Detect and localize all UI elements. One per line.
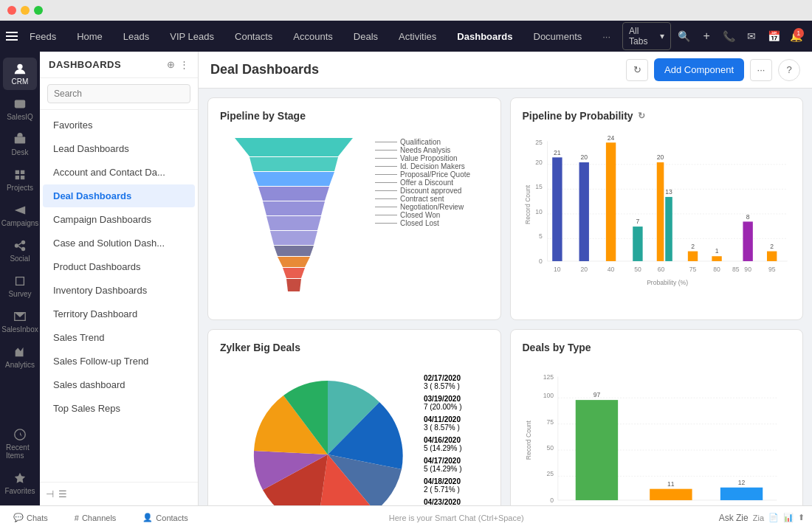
- sidebar-list-icon[interactable]: ☰: [58, 488, 67, 499]
- ask-zie-label[interactable]: Ask Zie: [719, 513, 749, 523]
- sidebar-item-inventory[interactable]: Inventory Dashboards: [43, 279, 195, 302]
- more-options-icon[interactable]: ···: [750, 59, 772, 81]
- notification-badge: 1: [794, 28, 804, 38]
- svg-text:11: 11: [667, 480, 675, 488]
- sidebar-icon-recent[interactable]: Recent Items: [3, 423, 37, 464]
- svg-text:0: 0: [550, 497, 554, 504]
- svg-text:60: 60: [657, 266, 664, 273]
- sidebar-item-sales-trend[interactable]: Sales Trend: [43, 326, 195, 349]
- funnel-label-closed-lost: Closed Lost: [375, 219, 489, 227]
- bottom-tab-contacts[interactable]: 👤 Contacts: [137, 510, 193, 525]
- sidebar-item-territory[interactable]: Territory Dashboard: [43, 302, 195, 325]
- sidebar-item-lead[interactable]: Lead Dashboards: [43, 137, 195, 160]
- svg-line-11: [18, 246, 21, 249]
- bottom-icon-4[interactable]: ⬆: [798, 513, 805, 522]
- funnel-label-discount-approved: Discount approved: [375, 187, 489, 195]
- bottom-icon-3[interactable]: 📊: [783, 513, 794, 522]
- sidebar-search: [40, 78, 198, 110]
- sidebar-item-case[interactable]: Case and Solution Dash...: [43, 232, 195, 255]
- search-input[interactable]: [47, 84, 190, 103]
- nav-tab-activities[interactable]: Activities: [388, 25, 447, 48]
- sidebar-icon-analytics[interactable]: Analytics: [3, 341, 37, 373]
- svg-marker-23: [286, 279, 301, 291]
- deals-type-svg: 0 25 50 75 100 125 Record Count: [523, 362, 791, 505]
- svg-text:50: 50: [634, 266, 641, 273]
- nav-tab-home[interactable]: Home: [66, 25, 113, 48]
- smart-chat-area[interactable]: Here is your Smart Chat (Ctrl+Space): [209, 514, 704, 522]
- sidebar-item-campaign[interactable]: Campaign Dashboards: [43, 208, 195, 231]
- sidebar-icon-social[interactable]: Social: [3, 235, 37, 267]
- svg-text:12: 12: [737, 479, 745, 486]
- sidebar-item-sales-followup[interactable]: Sales Follow-up Trend: [43, 350, 195, 373]
- bottom-tab-channels[interactable]: # Channels: [69, 511, 123, 525]
- funnel-label-decision: Id. Decision Makers: [375, 162, 489, 170]
- nav-tab-documents[interactable]: Documents: [523, 25, 593, 48]
- bottom-tab-chats[interactable]: 💬 Chats: [7, 510, 54, 525]
- svg-text:New Business: New Business: [721, 505, 761, 505]
- sidebar-item-favorites[interactable]: Favorites: [43, 114, 195, 136]
- search-icon[interactable]: 🔍: [675, 27, 693, 46]
- nav-tab-vipleads[interactable]: VIP Leads: [159, 25, 224, 48]
- phone-icon[interactable]: 📞: [720, 27, 737, 46]
- add-component-button[interactable]: Add Component: [654, 58, 744, 81]
- zylker-big-deals-card: Zylker Big Deals: [207, 329, 501, 505]
- pipeline-by-probability-card: Pipeline by Probability ↻ 0 5 10 15 20: [510, 97, 804, 320]
- nav-tab-leads[interactable]: Leads: [113, 25, 159, 48]
- refresh-prob-icon[interactable]: ↻: [638, 111, 645, 121]
- sidebar-icon-survey[interactable]: Survey: [3, 270, 37, 302]
- maximize-btn[interactable]: [34, 6, 43, 15]
- sidebar-icon-favorites[interactable]: Favorites: [3, 467, 37, 499]
- sidebar-icon-salesinbox[interactable]: SalesInbox: [3, 305, 37, 338]
- nav-tab-more[interactable]: ···: [592, 25, 621, 48]
- sidebar-item-top-sales[interactable]: Top Sales Reps: [43, 397, 195, 420]
- sidebar-icon-projects[interactable]: Projects: [3, 164, 37, 196]
- nav-tab-dashboards[interactable]: Dashboards: [447, 25, 523, 48]
- close-btn[interactable]: [7, 6, 16, 15]
- add-dashboard-icon[interactable]: ⊕: [167, 59, 175, 70]
- svg-text:25: 25: [546, 470, 554, 477]
- sidebar-item-account[interactable]: Account and Contact Da...: [43, 161, 195, 184]
- sidebar-collapse-icon[interactable]: ⋮: [179, 59, 189, 70]
- add-icon[interactable]: +: [698, 27, 715, 46]
- bottom-icon-2[interactable]: 📄: [768, 513, 779, 522]
- minimize-btn[interactable]: [21, 6, 30, 15]
- svg-rect-2: [6, 39, 18, 41]
- svg-marker-15: [253, 172, 334, 186]
- nav-tab-contacts[interactable]: Contacts: [224, 25, 283, 48]
- menu-icon[interactable]: [6, 26, 18, 46]
- notification-icon[interactable]: 🔔 1: [787, 27, 805, 46]
- svg-point-8: [21, 241, 25, 244]
- svg-text:1: 1: [715, 247, 718, 255]
- all-tabs-button[interactable]: All Tabs ▾: [622, 22, 671, 50]
- refresh-icon[interactable]: ↻: [626, 59, 648, 81]
- bottom-icon-1[interactable]: Zia: [753, 514, 764, 522]
- mail-icon[interactable]: ✉: [743, 27, 760, 46]
- sidebar-item-deal[interactable]: Deal Dashboards: [43, 184, 195, 207]
- sidebar-icon-salesiq[interactable]: SalesIQ: [3, 93, 37, 125]
- svg-marker-17: [263, 201, 325, 215]
- sidebar-icon-campaigns[interactable]: Campaigns: [3, 199, 37, 232]
- svg-text:75: 75: [689, 266, 696, 273]
- funnel-label-proposal: Proposal/Price Quote: [375, 170, 489, 179]
- help-icon[interactable]: ?: [778, 59, 800, 81]
- sidebar-expand-icon[interactable]: ⊣: [46, 488, 54, 499]
- pie-chart-svg: [247, 373, 409, 505]
- calendar-icon[interactable]: 📅: [765, 27, 782, 46]
- nav-tab-accounts[interactable]: Accounts: [283, 25, 343, 48]
- nav-tab-feeds[interactable]: Feeds: [19, 25, 66, 48]
- svg-text:20: 20: [535, 159, 543, 166]
- svg-marker-16: [258, 187, 329, 201]
- chat-icon: 💬: [13, 513, 24, 522]
- sidebar-item-product[interactable]: Product Dashboards: [43, 255, 195, 278]
- svg-marker-19: [270, 231, 317, 245]
- nav-tab-deals[interactable]: Deals: [343, 25, 388, 48]
- sidebar-item-sales-dashboard[interactable]: Sales dashboard: [43, 373, 195, 396]
- sidebar-icon-crm[interactable]: CRM: [3, 58, 37, 90]
- svg-text:25: 25: [535, 139, 543, 146]
- nav-bar: Feeds Home Leads VIP Leads Contacts Acco…: [0, 21, 812, 52]
- svg-text:21: 21: [554, 149, 561, 156]
- svg-point-7: [15, 243, 18, 247]
- probability-chart-svg: 0 5 10 15 20 25 Record Count: [523, 131, 791, 293]
- svg-text:15: 15: [535, 183, 543, 190]
- sidebar-icon-desk[interactable]: Desk: [3, 128, 37, 161]
